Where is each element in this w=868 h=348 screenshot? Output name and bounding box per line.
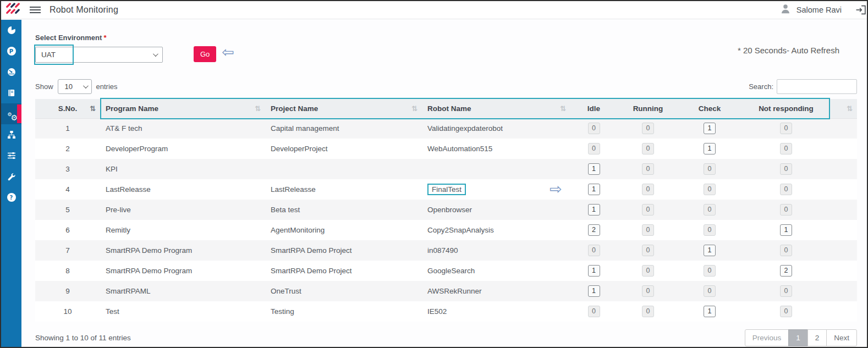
sidebar-item-logs[interactable] <box>1 82 21 103</box>
column-label: Robot Name <box>427 104 471 113</box>
brand-logo-icon <box>1 1 24 19</box>
help-icon: ? <box>7 193 16 202</box>
sidebar-item-tools[interactable] <box>1 166 21 187</box>
project-name-cell: Beta test <box>265 200 422 220</box>
table-row: 5Pre-liveBeta testOpenbrowser1000 <box>35 200 857 220</box>
not-responding-count-badge: 0 <box>780 285 792 297</box>
project-name-cell: SmartRPA Demo Project <box>265 261 422 281</box>
robots-table: S.No.⇅Program Name⇅Project Name⇅Robot Na… <box>35 99 857 322</box>
program-name-cell: LastReleasse <box>100 179 265 200</box>
sidebar-item-robot-monitoring[interactable]: ⚙⚙ <box>1 103 21 124</box>
table-row: 6RemitlyAgentMonitoringCopy2SnapAnalysis… <box>35 220 857 240</box>
project-name-cell: OneTrust <box>265 281 422 301</box>
next-page-button[interactable]: Next <box>826 329 857 346</box>
idle-count-badge: 0 <box>588 143 600 154</box>
sort-icon[interactable]: ⇅ <box>411 104 417 113</box>
page-button-1[interactable]: 1 <box>788 329 808 346</box>
robot-name-cell: in087490 <box>422 240 570 261</box>
sno-cell: 9 <box>35 281 100 301</box>
gauge-icon <box>7 68 16 76</box>
column-header-idle: Idle <box>570 99 617 118</box>
idle-cell: 1 <box>570 261 617 281</box>
check-cell: 0 <box>679 281 740 301</box>
not-responding-cell: 0 <box>740 139 832 159</box>
idle-count-badge: 1 <box>588 285 600 297</box>
annotation-box-robot-name: FinalTest <box>427 184 466 195</box>
robot-name-cell: WebAutomation515 <box>422 139 570 159</box>
sno-cell: 10 <box>35 301 100 322</box>
check-cell: 1 <box>679 240 740 261</box>
check-count-badge: 0 <box>704 204 716 216</box>
sort-icon[interactable]: ⇅ <box>560 104 566 113</box>
not-responding-cell: 0 <box>740 200 832 220</box>
previous-page-button[interactable]: Previous <box>745 329 789 346</box>
sort-icon[interactable]: ⇅ <box>255 104 261 113</box>
sno-cell: 7 <box>35 240 100 261</box>
running-cell: 0 <box>617 139 679 159</box>
logout-icon[interactable] <box>855 1 867 19</box>
robot-name-cell: Copy2SnapAnalysis <box>422 220 570 240</box>
sidebar-item-hierarchy[interactable] <box>1 124 21 145</box>
page-button-2[interactable]: 2 <box>807 329 827 346</box>
running-cell: 0 <box>617 179 679 200</box>
user-name[interactable]: Salome Ravi <box>796 5 842 14</box>
column-header-robot-name[interactable]: Robot Name⇅ <box>422 99 570 118</box>
search-input[interactable] <box>777 79 857 94</box>
running-cell: 0 <box>617 118 679 139</box>
entries-info: Showing 1 to 10 of 11 entries <box>35 334 131 342</box>
robot-name-cell <box>422 159 570 179</box>
table-row: 10TestTestingIE5020010 <box>35 301 857 322</box>
sidebar-item-performance[interactable] <box>1 62 21 82</box>
running-cell: 0 <box>617 220 679 240</box>
sidebar-item-configuration[interactable] <box>1 145 21 166</box>
column-label: Idle <box>587 104 600 113</box>
sidebar-item-analytics[interactable] <box>1 20 21 41</box>
blank-cell <box>832 220 857 240</box>
main-content: Select Environment* UAT Go ⇦ * 20 Second… <box>21 19 867 346</box>
blank-cell <box>832 118 857 139</box>
blank-cell <box>832 139 857 159</box>
column-header-s-no-[interactable]: S.No.⇅ <box>35 99 100 118</box>
not-responding-count-badge: 0 <box>780 245 792 256</box>
environment-selected-value: UAT <box>41 51 56 59</box>
robot-name-cell: FinalTest <box>422 179 570 200</box>
not-responding-count-badge: 2 <box>780 265 792 277</box>
running-count-badge: 0 <box>642 163 654 175</box>
menu-hamburger-icon[interactable] <box>30 5 41 15</box>
idle-count-badge: 1 <box>588 204 600 216</box>
sidebar-nav: P⚙⚙? <box>1 20 21 347</box>
chevron-down-icon <box>153 51 158 57</box>
idle-count-badge: 1 <box>588 163 600 175</box>
project-name-cell: DeveloperProject <box>265 139 422 159</box>
required-asterisk: * <box>103 34 106 42</box>
chevron-down-icon <box>83 83 88 89</box>
running-cell: 0 <box>617 281 679 301</box>
running-count-badge: 0 <box>642 123 654 134</box>
idle-cell: 1 <box>570 281 617 301</box>
environment-select[interactable]: UAT <box>35 47 163 63</box>
column-header-project-name[interactable]: Project Name⇅ <box>265 99 422 118</box>
sort-icon[interactable]: ⇅ <box>90 104 96 113</box>
column-header-blank[interactable]: ⇅ <box>832 99 857 118</box>
column-header-program-name[interactable]: Program Name⇅ <box>100 99 265 118</box>
sno-cell: 2 <box>35 139 100 159</box>
sidebar-item-process[interactable]: P <box>1 41 21 62</box>
sidebar-item-help[interactable]: ? <box>1 187 21 208</box>
sort-icon[interactable]: ⇅ <box>847 104 853 113</box>
page-size-select[interactable]: 10 <box>58 79 92 94</box>
robots-table-wrap: S.No.⇅Program Name⇅Project Name⇅Robot Na… <box>35 99 857 322</box>
page-title: Robot Monitoring <box>50 5 118 15</box>
sno-cell: 1 <box>35 118 100 139</box>
check-count-badge: 1 <box>704 245 716 256</box>
table-body: 1AT& F techCapital managementValidatinge… <box>35 118 857 322</box>
p-circle-icon: P <box>7 47 16 56</box>
pie-chart-icon <box>7 26 16 35</box>
check-count-badge: 1 <box>704 143 716 154</box>
check-cell: 0 <box>679 159 740 179</box>
project-name-cell <box>265 159 422 179</box>
column-header-check: Check <box>679 99 740 118</box>
idle-count-badge: 2 <box>588 224 600 236</box>
go-button[interactable]: Go <box>194 46 216 62</box>
running-count-badge: 0 <box>642 306 654 317</box>
blank-cell <box>832 179 857 200</box>
